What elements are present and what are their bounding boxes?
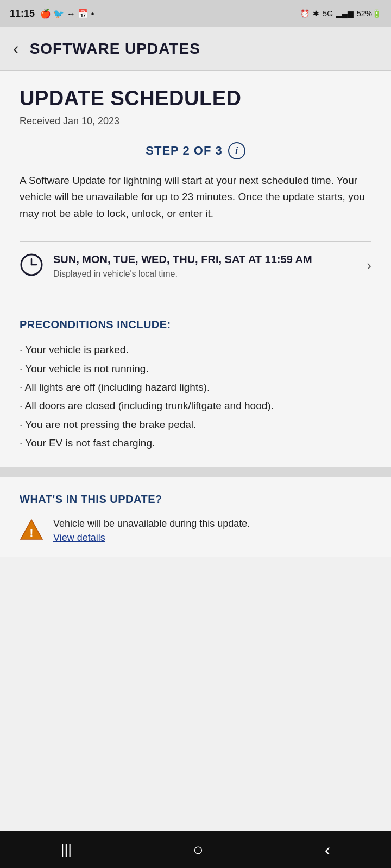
whats-new-title: WHAT'S IN THIS UPDATE? [20, 493, 371, 506]
preconditions-list: · Your vehicle is parked. · Your vehicle… [20, 342, 371, 451]
battery-text: 52%🔋 [357, 9, 381, 18]
schedule-days: SUN, MON, TUE, WED, THU, FRI, SAT AT 11:… [53, 252, 361, 267]
time-label: 11:15 [10, 8, 35, 20]
status-time: 11:15 🍎 🐦 ↔ 📅 • [10, 8, 94, 20]
list-item: · Your EV is not fast charging. [20, 435, 371, 451]
status-right-icons: ⏰ ✱ 5G ▂▄▆ 52%🔋 [300, 9, 381, 18]
schedule-local-time: Displayed in vehicle's local time. [53, 269, 361, 279]
alarm-icon: ⏰ [300, 9, 310, 18]
bottom-nav: ||| ○ ‹ [0, 831, 391, 868]
warning-row: ! Vehicle will be unavailable during thi… [20, 516, 371, 544]
list-item: · Your vehicle is not running. [20, 361, 371, 377]
warning-icon: ! [20, 518, 43, 541]
signal-bars-icon: ▂▄▆ [336, 9, 354, 18]
warning-text-block: Vehicle will be unavailable during this … [53, 516, 250, 544]
warning-text: Vehicle will be unavailable during this … [53, 516, 250, 531]
recent-apps-button[interactable]: ||| [61, 841, 72, 858]
list-item: · You are not pressing the brake pedal. [20, 417, 371, 433]
update-description: A Software Update for lightning will sta… [20, 173, 371, 222]
page-title: SOFTWARE UPDATES [30, 40, 200, 58]
update-title: UPDATE SCHEDULED [20, 87, 371, 110]
signal-text: 5G [323, 9, 333, 18]
view-details-link[interactable]: View details [53, 532, 250, 544]
status-bar: 11:15 🍎 🐦 ↔ 📅 • ⏰ ✱ 5G ▂▄▆ 52%🔋 [0, 0, 391, 27]
home-button[interactable]: ○ [193, 840, 203, 860]
list-item: · All doors are closed (including trunk/… [20, 398, 371, 414]
clock-icon [20, 253, 43, 277]
list-item: · Your vehicle is parked. [20, 342, 371, 358]
section-divider [0, 467, 391, 477]
preconditions-section: PRECONDITIONS INCLUDE: · Your vehicle is… [0, 302, 391, 467]
step-text: STEP 2 OF 3 [146, 144, 222, 158]
whats-new-section: WHAT'S IN THIS UPDATE? ! Vehicle will be… [0, 477, 391, 557]
back-nav-button[interactable]: ‹ [325, 840, 331, 860]
bluetooth-icon: ✱ [313, 9, 319, 18]
back-button[interactable]: ‹ [13, 39, 19, 59]
step-indicator: STEP 2 OF 3 i [20, 142, 371, 159]
info-icon[interactable]: i [228, 142, 245, 159]
nav-bar: ‹ SOFTWARE UPDATES [0, 27, 391, 71]
preconditions-title: PRECONDITIONS INCLUDE: [20, 318, 371, 331]
main-content: UPDATE SCHEDULED Received Jan 10, 2023 S… [0, 71, 391, 302]
received-date: Received Jan 10, 2023 [20, 116, 371, 127]
list-item: · All lights are off (including hazard l… [20, 379, 371, 395]
schedule-info: SUN, MON, TUE, WED, THU, FRI, SAT AT 11:… [53, 252, 361, 279]
chevron-right-icon: › [367, 257, 371, 274]
svg-text:!: ! [29, 526, 33, 540]
schedule-row[interactable]: SUN, MON, TUE, WED, THU, FRI, SAT AT 11:… [20, 241, 371, 289]
